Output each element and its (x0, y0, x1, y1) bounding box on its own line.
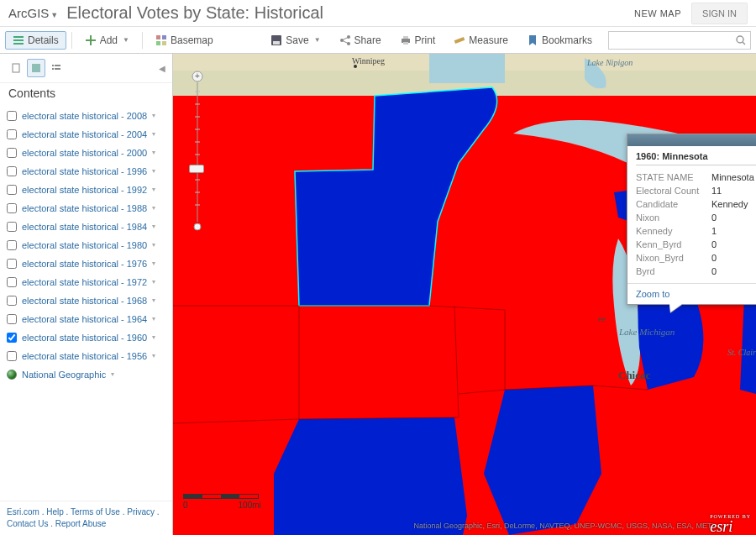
contents-tab[interactable] (27, 59, 45, 77)
search-box[interactable] (608, 31, 751, 50)
footer-link[interactable]: Terms of Use (71, 507, 120, 517)
layer-item[interactable]: electoral state historical - 2000▾ (3, 144, 169, 162)
measure-button[interactable]: Measure (446, 31, 516, 50)
save-button[interactable]: Save▼ (263, 31, 328, 50)
popup-row: Nixon0 (636, 211, 756, 224)
layer-checkbox[interactable] (7, 240, 17, 250)
chevron-down-icon[interactable]: ▾ (152, 146, 155, 160)
layer-checkbox[interactable] (7, 148, 17, 158)
toolbar: Details Add▼ Basemap Save▼ Share Print M… (0, 27, 756, 54)
layer-item[interactable]: electoral state historical - 1976▾ (3, 254, 169, 273)
chevron-down-icon: ▼ (123, 36, 129, 44)
svg-point-38 (194, 223, 201, 230)
layer-item[interactable]: electoral state historical - 1972▾ (3, 273, 169, 291)
footer-link[interactable]: Help (46, 507, 64, 517)
layer-item[interactable]: electoral state historical - 1968▾ (3, 291, 169, 310)
basemap-icon (155, 34, 167, 46)
chevron-down-icon[interactable]: ▾ (152, 202, 155, 215)
layer-checkbox[interactable] (7, 333, 17, 343)
svg-rect-25 (429, 54, 505, 83)
bookmarks-button[interactable]: Bookmarks (519, 31, 600, 50)
zoom-slider-track-icon: + (192, 71, 203, 234)
chevron-down-icon[interactable]: ▾ (152, 165, 155, 178)
svg-rect-15 (454, 37, 465, 44)
layer-item[interactable]: electoral state historical - 1992▾ (3, 181, 169, 199)
chevron-down-icon: ▼ (314, 36, 321, 44)
chevron-down-icon[interactable]: ▾ (152, 349, 155, 363)
layer-checkbox[interactable] (7, 222, 17, 232)
footer-link[interactable]: Report Abuse (55, 519, 107, 528)
brand-menu[interactable]: ArcGIS▼ (8, 6, 58, 20)
layer-item[interactable]: electoral state historical - 1980▾ (3, 236, 169, 254)
layer-item[interactable]: electoral state historical - 1956▾ (3, 347, 169, 365)
sidebar-view-tabs: ◀ (0, 54, 172, 83)
plus-icon (85, 34, 97, 46)
layer-checkbox[interactable] (7, 314, 17, 324)
sign-in-button[interactable]: SIGN IN (691, 3, 748, 24)
svg-rect-3 (156, 35, 160, 39)
popup-row: Nixon_Byrd0 (636, 251, 756, 265)
layer-item[interactable]: electoral state historical - 1996▾ (3, 162, 169, 181)
print-button[interactable]: Print (392, 31, 444, 50)
svg-text:+: + (195, 71, 200, 81)
chevron-down-icon[interactable]: ▾ (152, 109, 155, 123)
chevron-down-icon[interactable]: ▾ (111, 368, 114, 381)
layer-checkbox[interactable] (7, 111, 17, 121)
chevron-down-icon[interactable]: ▾ (152, 275, 155, 289)
details-button[interactable]: Details (5, 31, 66, 50)
layer-item[interactable]: electoral state historical - 1960▾ (3, 328, 169, 347)
chevron-down-icon[interactable]: ▾ (152, 128, 155, 141)
basemap-layer-label: National Geographic (22, 368, 106, 381)
basemap-button[interactable]: Basemap (148, 31, 221, 50)
footer-link[interactable]: Contact Us (7, 519, 48, 528)
sidebar: ◀ Contents electoral state historical - … (0, 54, 173, 535)
layer-list: electoral state historical - 2008▾electo… (0, 107, 172, 501)
chevron-down-icon[interactable]: ▾ (152, 312, 155, 326)
layer-item[interactable]: electoral state historical - 1988▾ (3, 199, 169, 218)
chevron-down-icon[interactable]: ▾ (152, 331, 155, 344)
layer-checkbox[interactable] (7, 277, 17, 287)
new-map-link[interactable]: NEW MAP (634, 8, 681, 18)
svg-rect-17 (13, 64, 19, 72)
popup-field-value: 1 (711, 226, 717, 236)
layer-label: electoral state historical - 1980 (22, 239, 147, 252)
layer-checkbox[interactable] (7, 166, 17, 176)
chevron-down-icon[interactable]: ▾ (152, 239, 155, 252)
layer-item[interactable]: electoral state historical - 2008▾ (3, 107, 169, 125)
add-button[interactable]: Add▼ (77, 31, 137, 50)
layer-item[interactable]: electoral state historical - 1984▾ (3, 218, 169, 236)
chevron-down-icon[interactable]: ▾ (152, 257, 155, 270)
layer-checkbox[interactable] (7, 129, 17, 139)
layer-checkbox[interactable] (7, 259, 17, 269)
footer-links: Esri.com . Help . Terms of Use . Privacy… (0, 501, 172, 535)
esri-text: esri (710, 518, 732, 535)
footer-link[interactable]: Esri.com (7, 507, 39, 517)
layer-item[interactable]: electoral state historical - 2004▾ (3, 125, 169, 144)
popup-row: Kenn_Byrd0 (636, 238, 756, 251)
legend-tab[interactable] (47, 59, 66, 77)
layer-label: electoral state historical - 1968 (22, 294, 147, 307)
zoom-handle[interactable] (189, 165, 204, 173)
popup-zoom-to-link[interactable]: Zoom to (627, 283, 756, 304)
layer-checkbox[interactable] (7, 203, 17, 213)
chevron-down-icon[interactable]: ▾ (152, 294, 155, 307)
share-button[interactable]: Share (332, 31, 389, 50)
search-input[interactable] (612, 35, 735, 45)
layer-label: electoral state historical - 1984 (22, 220, 147, 233)
svg-rect-13 (403, 36, 408, 39)
zoom-slider[interactable]: + (192, 71, 203, 234)
chevron-down-icon[interactable]: ▾ (152, 183, 155, 197)
collapse-sidebar-icon[interactable]: ◀ (159, 64, 165, 73)
layer-checkbox[interactable] (7, 296, 17, 306)
about-tab[interactable] (7, 59, 25, 77)
basemap-layer-item[interactable]: National Geographic▾ (3, 365, 169, 384)
map-attribution: National Geographic, Esri, DeLorme, NAVT… (414, 522, 714, 530)
layer-checkbox[interactable] (7, 185, 17, 195)
chevron-down-icon[interactable]: ▾ (152, 220, 155, 233)
svg-rect-22 (55, 68, 60, 70)
layer-item[interactable]: electoral state historical - 1964▾ (3, 310, 169, 328)
footer-link[interactable]: Privacy (127, 507, 155, 517)
popup-row: Electoral Count11 (636, 184, 756, 197)
layer-checkbox[interactable] (7, 351, 17, 361)
map-canvas[interactable]: ⤢ (173, 54, 756, 535)
